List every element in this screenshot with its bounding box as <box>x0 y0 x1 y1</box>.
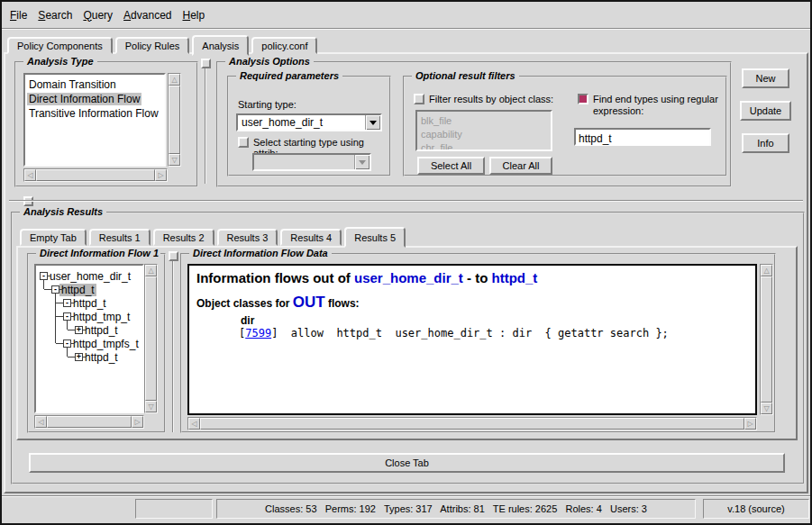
tree-expander-icon[interactable]: + <box>75 353 83 361</box>
type-name: httpd_t <box>492 270 538 285</box>
tab-results-4[interactable]: Results 4 <box>280 229 342 246</box>
tab-results-5[interactable]: Results 5 <box>344 227 406 248</box>
regex-input[interactable] <box>576 131 709 146</box>
scrollbar-thumb[interactable] <box>36 169 155 181</box>
flow-data-textarea[interactable]: Information flows out of user_home_dir_t… <box>187 264 757 415</box>
object-class-checkbox-label: Filter results by object class: <box>429 94 553 104</box>
regex-checkbox-row: Find end types using regular expression: <box>578 94 722 117</box>
list-item-selected[interactable]: Direct Information Flow <box>27 92 162 106</box>
tree-vscrollbar[interactable] <box>144 264 158 413</box>
flow-heading: Information flows out of user_home_dir_t… <box>196 270 748 285</box>
tree-node-label[interactable]: httpd_t <box>83 351 120 364</box>
menu-advanced[interactable]: Advanced <box>123 9 171 22</box>
tree-expander-icon[interactable]: - <box>63 312 71 321</box>
chevron-down-icon <box>370 121 377 125</box>
tab-label: Policy Components <box>17 41 103 51</box>
tree-row[interactable]: - httpd_t <box>36 283 142 296</box>
tree-row[interactable]: - httpd_t <box>36 296 142 310</box>
tree-row[interactable]: + httpd_t <box>36 350 142 364</box>
tree-node-label[interactable]: user_home_dir_t <box>48 270 132 283</box>
tree-expander-icon[interactable]: - <box>63 339 71 348</box>
pane-sash-handle[interactable] <box>201 59 211 68</box>
list-item[interactable]: Domain Transition <box>27 77 162 92</box>
tree-expander-icon[interactable]: + <box>75 326 83 334</box>
list-item[interactable]: Transitive Information Flow <box>27 106 162 121</box>
tab-policy-conf[interactable]: policy.conf <box>251 37 317 54</box>
tree-expander-icon[interactable]: - <box>51 285 59 294</box>
type-name: user_home_dir_t <box>354 270 463 285</box>
tree-expander-icon[interactable]: - <box>40 272 48 280</box>
analysis-type-vscrollbar[interactable] <box>168 73 181 167</box>
tree-row[interactable]: - httpd_tmpfs_t <box>36 337 142 350</box>
tree-expander-icon[interactable]: - <box>63 299 71 307</box>
tab-analysis[interactable]: Analysis <box>192 35 249 56</box>
scrollbar-thumb[interactable] <box>200 418 744 430</box>
menu-search[interactable]: Search <box>38 9 72 22</box>
analysis-type-listbox[interactable]: Domain Transition Direct Information Flo… <box>23 73 166 167</box>
tree-row[interactable]: - httpd_tmp_t <box>36 310 142 323</box>
tab-empty[interactable]: Empty Tab <box>20 229 87 246</box>
scroll-left-button[interactable] <box>24 169 36 181</box>
tree-connector <box>56 303 63 303</box>
menu-help[interactable]: Help <box>182 9 205 22</box>
flow-tree[interactable]: - user_home_dir_t - httpd_t <box>34 264 144 413</box>
scroll-down-button[interactable] <box>761 403 772 414</box>
close-tab-button[interactable]: Close Tab <box>29 453 785 473</box>
scroll-right-button[interactable] <box>132 416 143 428</box>
scrollbar-thumb[interactable] <box>145 276 157 401</box>
object-class-checkbox-row: Filter results by object class: <box>414 94 553 104</box>
tree-node-label-selected[interactable]: httpd_t <box>59 284 96 296</box>
scroll-up-button[interactable] <box>145 265 157 276</box>
data-hscrollbar[interactable] <box>187 417 757 430</box>
pane-sash[interactable] <box>172 261 174 432</box>
scroll-down-button[interactable] <box>169 154 180 166</box>
object-class-name: dir <box>241 314 748 327</box>
scrollbar-thumb[interactable] <box>761 276 772 403</box>
tab-policy-rules[interactable]: Policy Rules <box>115 37 190 54</box>
list-item: capability <box>419 128 549 141</box>
pane-sash[interactable] <box>9 200 803 202</box>
starting-type-combobox[interactable]: user_home_dir_t <box>236 113 382 131</box>
tree-hscrollbar[interactable] <box>34 415 144 429</box>
data-vscrollbar[interactable] <box>760 264 773 415</box>
results-tab-bar: Empty Tab Results 1 Results 2 Results 3 … <box>20 224 406 246</box>
tree-node-label[interactable]: httpd_tmp_t <box>71 311 132 323</box>
info-button[interactable]: Info <box>742 133 789 153</box>
tree-node-label[interactable]: httpd_t <box>83 324 120 337</box>
tree-node-label[interactable]: httpd_t <box>71 297 108 310</box>
scroll-left-button[interactable] <box>35 416 47 428</box>
tab-results-1[interactable]: Results 1 <box>89 229 151 246</box>
scrollbar-thumb[interactable] <box>47 416 132 428</box>
new-button[interactable]: New <box>742 68 789 88</box>
analysis-type-hscrollbar[interactable] <box>23 168 168 182</box>
scroll-up-button[interactable] <box>169 74 180 86</box>
clear-all-button[interactable]: Clear All <box>489 157 552 175</box>
scroll-down-button[interactable] <box>145 401 157 412</box>
tree-row[interactable]: + httpd_t <box>36 323 142 337</box>
update-button[interactable]: Update <box>740 101 791 121</box>
triangle-up-icon <box>763 267 769 275</box>
tab-policy-components[interactable]: Policy Components <box>7 37 113 54</box>
combo-dropdown-button[interactable] <box>365 115 380 130</box>
tree-connector <box>59 289 63 290</box>
tree-row[interactable]: - user_home_dir_t <box>36 269 142 283</box>
tree-connector <box>68 330 75 330</box>
tree-node-label[interactable]: httpd_tmpfs_t <box>71 338 141 350</box>
scroll-left-button[interactable] <box>188 418 200 430</box>
rule-number-link[interactable]: 7599 <box>245 327 271 339</box>
scrollbar-thumb[interactable] <box>169 86 180 154</box>
scroll-up-button[interactable] <box>761 265 772 276</box>
pane-sash[interactable] <box>205 68 206 184</box>
select-all-button[interactable]: Select All <box>417 157 485 175</box>
menu-query[interactable]: Query <box>83 9 113 22</box>
tab-results-3[interactable]: Results 3 <box>217 229 278 246</box>
menu-file[interactable]: File <box>10 9 27 22</box>
scroll-right-button[interactable] <box>744 418 756 430</box>
regex-checkbox-checked[interactable] <box>578 94 588 104</box>
object-class-checkbox[interactable] <box>414 94 424 104</box>
tab-label: Policy Rules <box>125 41 180 51</box>
scroll-right-button[interactable] <box>155 169 167 181</box>
pane-sash-handle[interactable] <box>169 251 178 261</box>
tab-results-2[interactable]: Results 2 <box>153 229 214 246</box>
attrib-checkbox[interactable] <box>238 137 249 148</box>
